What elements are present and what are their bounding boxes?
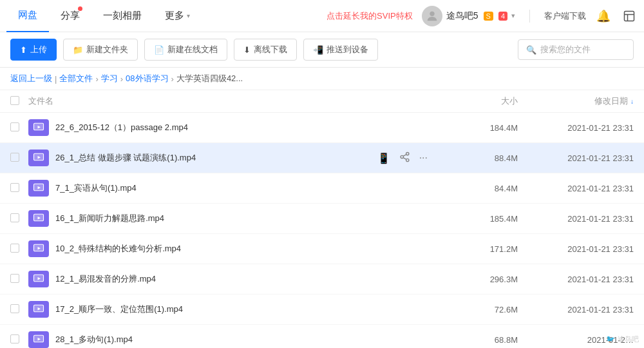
nav-item-album[interactable]: 一刻相册: [91, 0, 153, 32]
nav-right: 点击延长我的SVIP特权 途鸟吧5 S 4 ▾ 客户端下载 🔔: [327, 6, 638, 26]
notification-icon[interactable]: 🔔: [595, 8, 612, 24]
file-type-icon: [28, 180, 49, 197]
file-type-icon: [28, 301, 49, 318]
file-size: 185.4M: [440, 214, 518, 224]
file-name: 12_1_易混发音的分辨.mp4: [55, 273, 440, 285]
file-name: 28_1_多动句(1).mp4: [55, 334, 440, 345]
file-size: 171.2M: [440, 244, 518, 254]
row-checkbox[interactable]: [10, 274, 28, 285]
row-checkbox[interactable]: [10, 153, 28, 164]
breadcrumb-xuexiu[interactable]: 学习: [101, 73, 118, 84]
file-size: 68.8M: [440, 335, 518, 345]
user-area[interactable]: 途鸟吧5 S 4 ▾: [422, 6, 515, 26]
file-date: 2021-01-21 23:31: [518, 275, 634, 284]
share-dot: [78, 6, 82, 11]
nav-item-more[interactable]: 更多 ▾: [153, 0, 202, 32]
table-row[interactable]: 12_1_易混发音的分辨.mp4 296.3M 2021-01-21 23:31: [0, 264, 644, 295]
file-size: 88.4M: [440, 153, 518, 163]
more-icon[interactable]: ···: [419, 152, 428, 164]
mobile-send-icon[interactable]: 📱: [377, 152, 390, 164]
table-row[interactable]: 26_1_总结 做题步骤 试题演练(1).mp4 📱 ··· 88.4M 202…: [0, 143, 644, 173]
file-type-icon: [28, 271, 49, 287]
file-name: 26_1_总结 做题步骤 试题演练(1).mp4: [55, 152, 377, 164]
row-checkbox[interactable]: [10, 334, 28, 345]
col-name-header: 文件名: [28, 95, 440, 107]
offline-download-icon: ⬇: [243, 45, 251, 55]
file-type-icon: [28, 119, 49, 136]
breadcrumb-all[interactable]: 全部文件: [59, 73, 93, 84]
svg-point-10: [406, 159, 408, 161]
file-type-icon: [28, 150, 49, 166]
breadcrumb: 返回上一级 | 全部文件 › 学习 › 08外语学习 › 大学英语四级42...: [0, 68, 644, 90]
file-name: 7_1_宾语从句(1).mp4: [55, 182, 440, 194]
file-size: 72.6M: [440, 305, 518, 314]
watermark: 🐦 途鸟吧: [606, 334, 639, 344]
table-row[interactable]: 7_1_宾语从句(1).mp4 84.4M 2021-01-21 23:31: [0, 173, 644, 204]
upload-icon: ⬆: [20, 45, 27, 55]
table-row[interactable]: 17_2_顺序一致、定位范围(1).mp4 72.6M 2021-01-21 2…: [0, 295, 644, 325]
row-checkbox[interactable]: [10, 122, 28, 133]
file-name: 22_6_2015-12（1）passage 2.mp4: [55, 122, 440, 133]
client-download-link[interactable]: 客户端下载: [544, 10, 586, 22]
svg-line-11: [403, 157, 406, 159]
nav-item-wangpan[interactable]: 网盘: [6, 0, 49, 32]
file-size: 184.4M: [440, 123, 518, 133]
file-type-icon: [28, 240, 49, 257]
vip-link[interactable]: 点击延长我的SVIP特权: [327, 10, 413, 22]
file-date: 2021-01-21 23:31: [518, 123, 634, 133]
file-name: 17_2_顺序一致、定位范围(1).mp4: [55, 304, 440, 315]
table-header: 文件名 大小 修改日期 ↓: [0, 90, 644, 113]
table-body: 22_6_2015-12（1）passage 2.mp4 184.4M 2021…: [0, 113, 644, 348]
share-icon[interactable]: [399, 151, 410, 165]
row-checkbox[interactable]: [10, 304, 28, 315]
svg-point-9: [401, 155, 403, 158]
row-checkbox[interactable]: [10, 183, 28, 194]
search-icon: 🔍: [526, 45, 536, 55]
new-doc-button[interactable]: 📄 新建在线文档: [144, 39, 227, 61]
watermark-logo: 🐦: [606, 335, 615, 343]
user-chevron-icon: ▾: [511, 12, 515, 20]
file-table: 文件名 大小 修改日期 ↓ 22_6_2015-12（1）passage 2.m…: [0, 90, 644, 348]
nav-divider: [529, 10, 530, 23]
file-name: 10_2_特殊结构的长难句分析.mp4: [55, 243, 440, 255]
table-row[interactable]: 22_6_2015-12（1）passage 2.mp4 184.4M 2021…: [0, 113, 644, 143]
new-folder-button[interactable]: 📁 新建文件夹: [63, 39, 138, 61]
svg-point-8: [406, 152, 408, 155]
file-date: 2021-01-21 23:31: [518, 214, 634, 224]
search-box[interactable]: 🔍 搜索您的文件: [518, 39, 634, 60]
username: 途鸟吧5: [446, 10, 478, 22]
row-actions: 📱 ···: [377, 151, 428, 165]
push-device-button[interactable]: 📲 推送到设备: [303, 39, 378, 61]
top-nav: 网盘 分享 一刻相册 更多 ▾ 点击延长我的SVIP特权 途鸟吧5 S 4 ▾ …: [0, 0, 644, 32]
nav-item-share[interactable]: 分享: [49, 0, 91, 32]
new-doc-icon: 📄: [154, 45, 164, 55]
offline-download-button[interactable]: ⬇ 离线下载: [234, 39, 297, 61]
svg-rect-1: [625, 11, 634, 21]
new-folder-icon: 📁: [73, 45, 83, 55]
table-row[interactable]: 28_1_多动句(1).mp4 68.8M 2021-01-2…: [0, 325, 644, 348]
breadcrumb-current: 大学英语四级42...: [176, 73, 243, 84]
file-date: 2021-01-21 23:31: [518, 153, 634, 163]
col-size-header: 大小: [440, 95, 518, 107]
col-date-header[interactable]: 修改日期 ↓: [518, 95, 634, 107]
upload-button[interactable]: ⬆ 上传: [10, 39, 57, 61]
header-checkbox[interactable]: [10, 96, 28, 107]
svg-line-12: [403, 154, 406, 156]
table-row[interactable]: 10_2_特殊结构的长难句分析.mp4 171.2M 2021-01-21 23…: [0, 234, 644, 264]
file-name: 16_1_新闻听力解题思路.mp4: [55, 213, 440, 224]
svg-point-0: [430, 11, 434, 15]
file-type-icon: [28, 331, 49, 348]
row-checkbox[interactable]: [10, 213, 28, 224]
breadcrumb-waiyu[interactable]: 08外语学习: [126, 73, 168, 84]
breadcrumb-back[interactable]: 返回上一级: [10, 73, 52, 84]
table-row[interactable]: 16_1_新闻听力解题思路.mp4 185.4M 2021-01-21 23:3…: [0, 204, 644, 234]
file-date: 2021-01-21 23:31: [518, 305, 634, 314]
settings-icon[interactable]: [621, 8, 638, 24]
file-size: 296.3M: [440, 275, 518, 284]
push-icon: 📲: [313, 45, 323, 55]
avatar: [422, 6, 442, 26]
vip-count-badge: 4: [498, 12, 507, 21]
search-placeholder-text: 搜索您的文件: [540, 44, 591, 55]
row-checkbox[interactable]: [10, 244, 28, 255]
file-date: 2021-01-21 23:31: [518, 184, 634, 193]
